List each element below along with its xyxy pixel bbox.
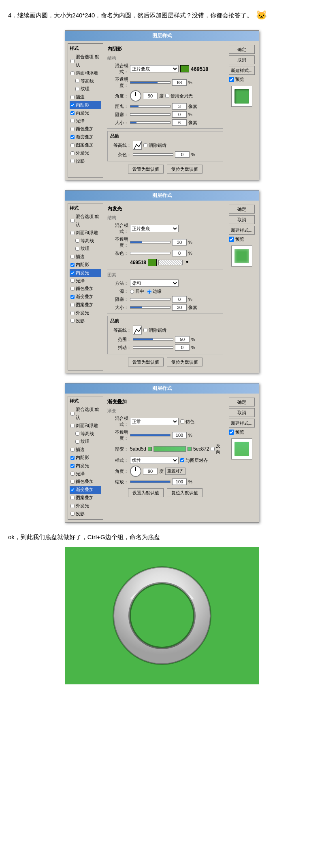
contour-preview[interactable] bbox=[133, 141, 142, 150]
preview-check-1[interactable]: 预览 bbox=[229, 76, 255, 83]
d2-gradient-overlay-cb[interactable] bbox=[70, 295, 75, 299]
style-blend-checkbox[interactable] bbox=[70, 59, 75, 63]
d2-size-input[interactable] bbox=[172, 304, 187, 311]
preview-checkbox-1[interactable] bbox=[229, 77, 234, 82]
d2-choke-slider[interactable] bbox=[130, 298, 171, 301]
d3-style-select[interactable]: 线性 bbox=[130, 457, 179, 464]
style-contour[interactable]: 等高线 bbox=[75, 77, 101, 85]
anti-alias-label[interactable]: 消除锯齿 bbox=[143, 142, 166, 148]
color-swatch-1[interactable] bbox=[180, 65, 189, 72]
d3-style-color-overlay[interactable]: 颜色叠加 bbox=[70, 478, 101, 486]
d2-reset-default-btn[interactable]: 复位为默认值 bbox=[167, 358, 202, 366]
ok-btn-1[interactable]: 确定 bbox=[229, 45, 255, 54]
d2-jitter-slider[interactable] bbox=[133, 346, 173, 349]
d3-style-satin[interactable]: 光泽 bbox=[70, 470, 101, 478]
size-slider[interactable] bbox=[130, 121, 171, 124]
d3-reverse-label[interactable]: 反向 bbox=[211, 443, 223, 455]
style-inner-shadow[interactable]: 内阴影 bbox=[70, 101, 101, 109]
d2-style-outer-glow[interactable]: 外发光 bbox=[70, 309, 101, 317]
opacity-input[interactable] bbox=[172, 79, 187, 86]
distance-slider[interactable] bbox=[130, 105, 171, 108]
noise-slider[interactable] bbox=[133, 153, 173, 156]
style-color-overlay-checkbox[interactable] bbox=[70, 127, 75, 131]
style-inner-shadow-checkbox[interactable] bbox=[70, 103, 75, 107]
d3-outer-glow-cb[interactable] bbox=[70, 504, 75, 508]
d3-drop-shadow-cb[interactable] bbox=[70, 512, 75, 516]
d3-style-stroke[interactable]: 描边 bbox=[70, 446, 101, 454]
d2-opacity-slider[interactable] bbox=[130, 241, 171, 243]
d2-size-slider[interactable] bbox=[130, 306, 171, 309]
opacity-slider[interactable] bbox=[130, 81, 171, 84]
d2-jitter-input[interactable] bbox=[175, 344, 190, 351]
d3-reset-default-btn[interactable]: 复位为默认值 bbox=[167, 488, 202, 497]
d2-style-inner-glow[interactable]: 内发光 bbox=[70, 269, 101, 277]
d2-style-color-overlay[interactable]: 颜色叠加 bbox=[70, 285, 101, 293]
d3-opacity-input[interactable] bbox=[172, 432, 187, 438]
d2-range-input[interactable] bbox=[175, 336, 190, 343]
d2-style-texture[interactable]: 纹理 bbox=[75, 245, 101, 253]
d2-source-center[interactable]: 居中 bbox=[130, 288, 144, 294]
d2-style-inner-shadow[interactable]: 内阴影 bbox=[70, 261, 101, 269]
d2-outer-glow-cb[interactable] bbox=[70, 311, 75, 315]
style-inner-glow[interactable]: 内发光 bbox=[70, 109, 101, 117]
d3-align-layer[interactable]: 与图层对齐 bbox=[180, 457, 208, 464]
preview-checkbox-2[interactable] bbox=[229, 237, 234, 242]
d3-reverse-cb[interactable] bbox=[211, 447, 215, 451]
d3-style-blend[interactable]: 混合选项:默认 bbox=[70, 406, 101, 422]
d3-satin-cb[interactable] bbox=[70, 472, 75, 476]
ok-btn-2[interactable]: 确定 bbox=[229, 205, 255, 214]
d3-style-outer-glow[interactable]: 外发光 bbox=[70, 502, 101, 510]
d2-inner-shadow-cb[interactable] bbox=[70, 263, 75, 267]
style-pattern-overlay[interactable]: 图案叠加 bbox=[70, 141, 101, 149]
noise-input[interactable] bbox=[175, 151, 190, 158]
d2-set-default-btn[interactable]: 设置为默认值 bbox=[128, 358, 164, 366]
d3-style-bevel[interactable]: 斜面和浮雕 bbox=[70, 422, 101, 430]
preview-check-2[interactable]: 预览 bbox=[229, 236, 255, 242]
d2-style-satin[interactable]: 光泽 bbox=[70, 277, 101, 285]
angle-circle[interactable] bbox=[130, 90, 141, 102]
d2-blend-select[interactable]: 正片叠底 bbox=[130, 225, 179, 232]
global-light-checkbox[interactable] bbox=[165, 94, 169, 98]
d3-contour-cb[interactable] bbox=[75, 432, 79, 436]
d2-blend-cb[interactable] bbox=[70, 219, 75, 223]
d3-set-default-btn[interactable]: 设置为默认值 bbox=[128, 488, 164, 497]
d3-style-drop-shadow[interactable]: 投影 bbox=[70, 510, 101, 518]
style-drop-shadow[interactable]: 投影 bbox=[70, 157, 101, 165]
d3-color-dot1[interactable] bbox=[148, 447, 152, 451]
style-gradient-overlay[interactable]: 渐变叠加 bbox=[70, 133, 101, 141]
d3-stroke-cb[interactable] bbox=[70, 448, 75, 452]
d2-anti-alias[interactable]: 消除锯齿 bbox=[143, 327, 166, 333]
size-input[interactable] bbox=[172, 119, 187, 126]
style-texture-checkbox[interactable] bbox=[75, 87, 79, 91]
global-light-label[interactable]: 使用全局光 bbox=[165, 93, 193, 99]
d2-range-slider[interactable] bbox=[133, 338, 173, 341]
style-gradient-overlay-checkbox[interactable] bbox=[70, 135, 75, 139]
d2-anti-alias-cb[interactable] bbox=[143, 328, 147, 332]
d2-style-stroke[interactable]: 描边 bbox=[70, 253, 101, 261]
d2-inner-glow-cb[interactable] bbox=[70, 271, 75, 275]
cancel-btn-1[interactable]: 取消 bbox=[229, 55, 255, 64]
d3-gradient-bar[interactable] bbox=[153, 446, 186, 452]
d2-color-swatch[interactable] bbox=[148, 259, 157, 266]
d3-style-texture[interactable]: 纹理 bbox=[75, 438, 101, 446]
style-bevel-checkbox[interactable] bbox=[70, 71, 75, 75]
d2-style-bevel[interactable]: 斜面和浮雕 bbox=[70, 229, 101, 237]
d3-fake-color[interactable]: 仿色 bbox=[180, 419, 194, 425]
d2-satin-cb[interactable] bbox=[70, 279, 75, 283]
d3-scale-input[interactable] bbox=[172, 478, 187, 485]
d2-noise-input[interactable] bbox=[172, 250, 187, 256]
cancel-btn-3[interactable]: 取消 bbox=[229, 408, 255, 417]
d3-texture-cb[interactable] bbox=[75, 440, 79, 444]
d2-method-select[interactable]: 柔和 bbox=[130, 279, 179, 287]
style-stroke[interactable]: 描边 bbox=[70, 93, 101, 101]
blend-mode-select[interactable]: 正片叠底 bbox=[130, 65, 179, 72]
style-bevel[interactable]: 斜面和浮雕 bbox=[70, 69, 101, 77]
distance-input[interactable] bbox=[172, 103, 187, 110]
d3-color-dot2[interactable] bbox=[188, 447, 192, 451]
d3-angle-input[interactable] bbox=[143, 468, 158, 474]
angle-input[interactable] bbox=[143, 93, 158, 99]
new-style-btn-2[interactable]: 新建样式... bbox=[229, 226, 255, 235]
style-contour-checkbox[interactable] bbox=[75, 79, 79, 83]
style-drop-shadow-checkbox[interactable] bbox=[70, 159, 75, 163]
d2-opacity-input[interactable] bbox=[172, 239, 187, 246]
